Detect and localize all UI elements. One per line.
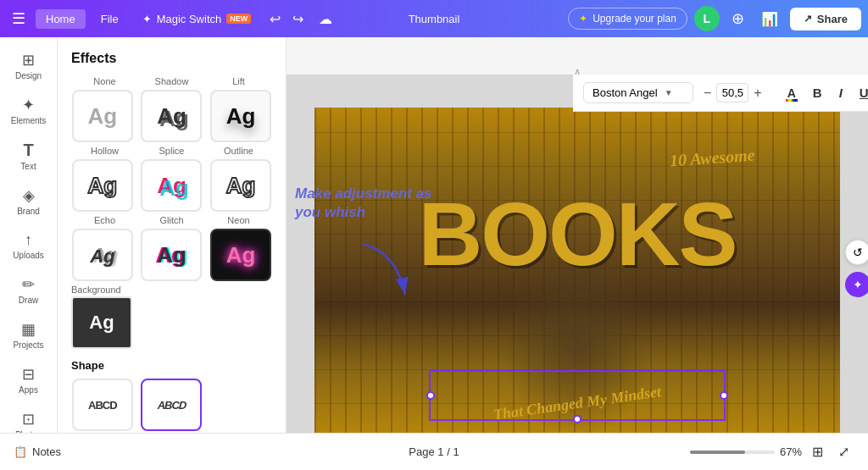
stats-icon[interactable]: 📊 [756,8,783,30]
effect-hollow-preview: Ag [72,159,133,212]
photos-icon: ⊡ [22,410,35,429]
sidebar-item-brand[interactable]: ◈ Brand [3,180,54,223]
new-badge: NEW [226,14,251,24]
hamburger-icon[interactable]: ☰ [7,6,31,31]
refresh-icon[interactable]: ↺ [845,240,868,265]
share-button[interactable]: ↗ Share [790,8,861,30]
selection-handle-right [720,391,728,400]
sidebar-item-elements[interactable]: ✦ Elements [3,89,54,132]
italic-button[interactable]: I [834,82,848,103]
avatar[interactable]: L [694,6,720,31]
topbar: ☰ Home File ✦ Magic Switch NEW ↩ ↪ ☁ Thu… [0,0,868,37]
magic-wand-icon[interactable]: ✦ [845,272,868,297]
sidebar-item-text[interactable]: T Text [3,134,54,178]
tab-file[interactable]: File [91,9,129,29]
notes-icon: 📋 [14,445,27,458]
sidebar-label-elements: Elements [11,116,47,125]
sidebar-item-uploads[interactable]: ↑ Uploads [3,224,54,267]
effects-row-2: Ag Ag Ag Ag [71,159,272,212]
magic-icon: ✦ [142,13,152,25]
sidebar-label-brand: Brand [17,207,40,216]
label-shadow: Shadow [138,76,205,86]
share-icon: ↗ [804,13,812,25]
shape-none-preview: ABCD [72,379,133,431]
effect-none-preview: Ag [72,90,133,142]
label-neon: Neon [205,215,272,225]
upgrade-label: Upgrade your plan [593,13,676,25]
canvas-selection-box [429,370,726,421]
font-size-increase[interactable]: + [750,84,765,102]
effect-outline-preview: Ag [210,159,271,212]
upgrade-button[interactable]: ✦ Upgrade your plan [568,8,687,30]
label-hollow: Hollow [71,146,138,156]
effect-column-labels-2: Hollow Splice Outline [71,146,272,156]
effect-neon[interactable]: Ag [209,229,272,281]
draw-icon: ✏ [22,275,35,294]
shape-curve-preview: ABCD [141,379,202,431]
left-sidebar: ⊞ Design ✦ Elements T Text ◈ Brand ↑ Upl… [0,37,58,470]
font-selector[interactable]: Boston Angel ▼ [583,82,693,103]
grid-view-button[interactable]: ⊞ [807,442,828,462]
effect-lift-preview: Ag [210,90,271,142]
add-account-icon[interactable]: ⊕ [726,8,749,30]
sidebar-item-apps[interactable]: ⊟ Apps [3,358,54,401]
elements-icon: ✦ [22,96,35,114]
effect-splice[interactable]: Ag Ag [141,159,203,212]
canvas-right-buttons: ↺ ✦ [845,240,868,297]
star-icon: ✦ [579,13,587,25]
tab-home[interactable]: Home [36,9,86,29]
zoom-value: 67% [780,445,802,458]
sidebar-item-draw[interactable]: ✏ Draw [3,268,54,312]
shape-section-label: Shape [71,359,272,372]
undo-button[interactable]: ↩ [264,8,286,30]
effect-shadow-preview: Ag [141,90,202,142]
magic-switch-btn[interactable]: ✦ Magic Switch NEW [134,9,260,29]
projects-icon: ▦ [21,320,36,339]
sidebar-item-design[interactable]: ⊞ Design [3,44,54,87]
sidebar-label-draw: Draw [19,296,38,305]
sidebar-item-projects[interactable]: ▦ Projects [3,313,54,357]
bold-button[interactable]: B [808,82,827,103]
effect-column-labels-3: Echo Glitch Neon [71,215,272,225]
zoom-slider-track[interactable] [690,451,775,454]
page-info: Page 1 / 1 [409,445,459,458]
brand-icon: ◈ [23,186,35,205]
effect-glitch[interactable]: Ag Ag Ag [141,229,203,281]
label-echo: Echo [71,215,138,225]
underline-button[interactable]: U [854,82,868,103]
canvas-text-books: BOOKS [418,184,736,285]
effect-shadow[interactable]: Ag [141,90,203,142]
effect-none[interactable]: Ag [71,90,134,142]
label-outline: Outline [205,146,272,156]
font-size-decrease[interactable]: − [700,84,715,102]
font-size-input[interactable] [716,83,748,102]
fullscreen-button[interactable]: ⤢ [833,442,854,462]
effect-hollow[interactable]: Ag [71,159,134,212]
uploads-icon: ↑ [25,231,32,249]
effect-splice-preview: Ag Ag [141,159,202,212]
design-icon: ⊞ [22,51,35,69]
magic-switch-label: Magic Switch [157,13,222,25]
effects-panel-title: Effects [71,51,272,66]
effect-background[interactable]: Ag [71,296,132,349]
effect-glitch-preview: Ag Ag Ag [141,229,202,281]
redo-button[interactable]: ↪ [287,8,309,30]
sidebar-label-apps: Apps [19,385,38,395]
canvas-area: BOOKS 10 Awesome That Changed My Mindset… [287,75,868,470]
canvas-wrapper: BOOKS 10 Awesome That Changed My Mindset… [314,108,840,438]
effect-background-preview: Ag [71,296,132,349]
effect-lift[interactable]: Ag [209,90,272,142]
share-label: Share [817,13,848,25]
label-glitch: Glitch [138,215,205,225]
effect-outline[interactable]: Ag [209,159,272,212]
sidebar-label-design: Design [15,71,42,80]
effect-echo-preview: Ag Ag Ag [72,229,133,281]
notes-button[interactable]: 📋 Notes [14,445,61,458]
effect-echo[interactable]: Ag Ag Ag [71,229,134,281]
label-none: None [71,76,138,86]
canvas-image[interactable]: BOOKS 10 Awesome That Changed My Mindset [314,108,840,438]
text-color-button[interactable]: A [782,83,801,103]
apps-icon: ⊟ [22,365,35,384]
zoom-slider-fill [690,451,745,454]
bottom-bar-right: 67% ⊞ ⤢ [690,442,854,462]
